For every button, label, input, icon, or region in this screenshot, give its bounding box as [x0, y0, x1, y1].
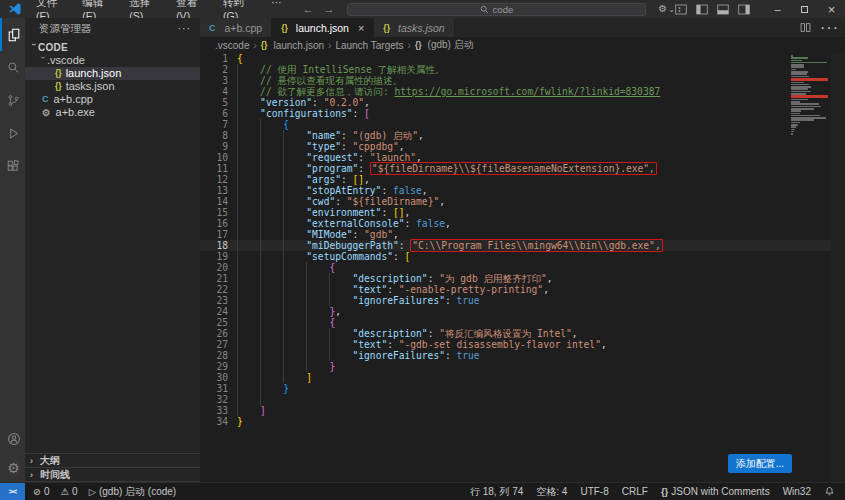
maximize-button[interactable] [791, 3, 818, 15]
line-number[interactable]: 11 [200, 163, 228, 174]
code-line-30[interactable]: 30 ] [200, 372, 831, 383]
code-line-5[interactable]: 5 "version": "0.2.0", [200, 97, 831, 108]
line-number[interactable]: 22 [200, 284, 228, 295]
line-number[interactable]: 18 [200, 240, 228, 251]
code-line-18[interactable]: 18 "miDebuggerPath": "C:\\Program Files\… [200, 240, 831, 251]
breadcrumb-item[interactable]: {}(gdb) 启动 [415, 38, 474, 52]
line-number[interactable]: 30 [200, 372, 228, 383]
code-line-27[interactable]: 27 "text": "-gdb-set disassembly-flavor … [200, 339, 831, 350]
code-line-26[interactable]: 26 "description": "将反汇编风格设置为 Intel", [200, 328, 831, 339]
indentation[interactable]: 空格: 4 [536, 485, 567, 499]
code-line-8[interactable]: 8 "name": "(gdb) 启动", [200, 130, 831, 141]
code-line-16[interactable]: 16 "externalConsole": false, [200, 218, 831, 229]
activitybar-run-debug[interactable] [0, 117, 25, 150]
code-line-14[interactable]: 14 "cwd": "${fileDirname}", [200, 196, 831, 207]
tree-item-tasks-json[interactable]: {}tasks.json [25, 80, 200, 93]
toggle-sidebar-icon[interactable] [696, 4, 708, 15]
line-number[interactable]: 20 [200, 262, 228, 273]
line-number[interactable]: 15 [200, 207, 228, 218]
line-number[interactable]: 9 [200, 141, 228, 152]
profile-icon[interactable]: ⚙⌄ [658, 4, 675, 14]
code-line-11[interactable]: 11 "program": "${fileDirname}\\${fileBas… [200, 163, 831, 174]
breadcrumb-item[interactable]: Launch Targets [335, 40, 403, 51]
forward-arrow-icon[interactable]: → [324, 3, 335, 15]
line-number[interactable]: 29 [200, 361, 228, 372]
activitybar-extensions[interactable] [0, 150, 25, 183]
toggle-activity-icon[interactable] [675, 4, 687, 15]
line-number[interactable]: 23 [200, 295, 228, 306]
code-line-21[interactable]: 21 "description": "为 gdb 启用整齐打印", [200, 273, 831, 284]
debug-target[interactable]: ▷(gdb) 启动 (code) [89, 485, 177, 499]
line-number[interactable]: 24 [200, 306, 228, 317]
minimize-button[interactable]: – [764, 3, 791, 15]
activitybar-account[interactable] [0, 424, 25, 453]
warnings[interactable]: ⚠0 [61, 486, 78, 497]
platform[interactable]: Win32 [783, 486, 811, 497]
line-number[interactable]: 27 [200, 339, 228, 350]
code-line-25[interactable]: 25 { [200, 317, 831, 328]
line-number[interactable]: 33 [200, 405, 228, 416]
code-line-34[interactable]: 34} [200, 416, 831, 427]
split-editor-icon[interactable] [800, 22, 811, 33]
tab-a-b-cpp[interactable]: Ca+b.cpp [200, 18, 272, 37]
editor-more-actions-icon[interactable]: ··· [820, 19, 839, 37]
tree-item--vscode[interactable]: ›.vscode [25, 54, 200, 67]
tree-item-launch-json[interactable]: {}launch.json [25, 67, 200, 80]
code-line-1[interactable]: 1{ [200, 53, 831, 64]
language-mode[interactable]: {}JSON with Comments [661, 486, 770, 497]
code-line-31[interactable]: 31 } [200, 383, 831, 394]
line-number[interactable]: 6 [200, 108, 228, 119]
code-line-2[interactable]: 2 // 使用 IntelliSense 了解相关属性。 [200, 64, 831, 75]
line-number[interactable]: 7 [200, 119, 228, 130]
activitybar-search[interactable] [0, 51, 25, 84]
code-line-3[interactable]: 3 // 悬停以查看现有属性的描述。 [200, 75, 831, 86]
minimap[interactable] [791, 55, 831, 135]
code-editor[interactable]: 1{2 // 使用 IntelliSense 了解相关属性。3 // 悬停以查看… [200, 53, 831, 482]
notifications[interactable] [824, 486, 835, 497]
line-number[interactable]: 19 [200, 251, 228, 262]
line-number[interactable]: 2 [200, 64, 228, 75]
activitybar-explorer[interactable] [0, 18, 25, 51]
code-line-13[interactable]: 13 "stopAtEntry": false, [200, 185, 831, 196]
tab-launch-json[interactable]: {}launch.json× [272, 18, 374, 37]
code-line-29[interactable]: 29 } [200, 361, 831, 372]
line-number[interactable]: 4 [200, 86, 228, 97]
line-number[interactable]: 31 [200, 383, 228, 394]
encoding[interactable]: UTF-8 [580, 486, 608, 497]
code-line-9[interactable]: 9 "type": "cppdbg", [200, 141, 831, 152]
eol[interactable]: CRLF [622, 486, 648, 497]
command-center-search[interactable]: code [347, 3, 647, 16]
line-number[interactable]: 32 [200, 394, 228, 405]
code-line-33[interactable]: 33 ] [200, 405, 831, 416]
add-configuration-button[interactable]: 添加配置... [728, 454, 792, 473]
code-line-4[interactable]: 4 // 欲了解更多信息，请访问: https://go.microsoft.c… [200, 86, 831, 97]
code-line-12[interactable]: 12 "args": [], [200, 174, 831, 185]
activitybar-settings[interactable]: ⚙ [0, 453, 25, 482]
line-number[interactable]: 14 [200, 196, 228, 207]
cursor-position[interactable]: 行 18, 列 74 [470, 485, 523, 499]
code-line-22[interactable]: 22 "text": "-enable-pretty-printing", [200, 284, 831, 295]
code-line-6[interactable]: 6 "configurations": [ [200, 108, 831, 119]
toggle-secondary-sidebar-icon[interactable] [738, 4, 750, 15]
line-number[interactable]: 28 [200, 350, 228, 361]
code-line-32[interactable]: 32 [200, 394, 831, 405]
code-line-28[interactable]: 28 "ignoreFailures": true [200, 350, 831, 361]
line-number[interactable]: 10 [200, 152, 228, 163]
line-number[interactable]: 12 [200, 174, 228, 185]
line-number[interactable]: 21 [200, 273, 228, 284]
breadcrumb-item[interactable]: .vscode [215, 40, 249, 51]
line-number[interactable]: 17 [200, 229, 228, 240]
more-actions-icon[interactable]: ··· [178, 18, 192, 39]
line-number[interactable]: 3 [200, 75, 228, 86]
code-line-19[interactable]: 19 "setupCommands": [ [200, 251, 831, 262]
tab-tasks-json[interactable]: {}tasks.json [374, 18, 454, 37]
line-number[interactable]: 1 [200, 53, 228, 64]
tab-close-icon[interactable]: × [358, 22, 364, 34]
code-line-20[interactable]: 20 { [200, 262, 831, 273]
section-大纲[interactable]: ›大纲 [25, 454, 200, 468]
line-number[interactable]: 8 [200, 130, 228, 141]
remote-indicator[interactable]: >< [0, 483, 25, 500]
editor-scrollbar[interactable] [831, 53, 845, 482]
code-line-24[interactable]: 24 }, [200, 306, 831, 317]
errors[interactable]: ⊘0 [33, 486, 50, 497]
